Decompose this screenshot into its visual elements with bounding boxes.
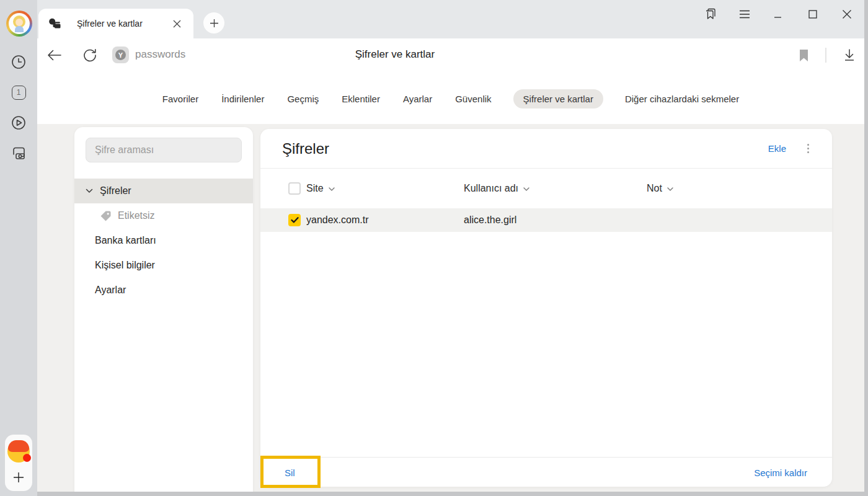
reload-icon[interactable] xyxy=(81,46,99,64)
column-label: Kullanıcı adı xyxy=(464,183,518,194)
browser-window: 1 xyxy=(0,0,868,496)
window-close-icon[interactable] xyxy=(838,4,856,24)
side-rail: 1 xyxy=(0,0,37,496)
new-tab-button[interactable] xyxy=(203,12,224,33)
maximize-icon[interactable] xyxy=(804,4,822,24)
site-badge-icon[interactable]: Y xyxy=(112,46,129,63)
passwords-sidebar: Şifreler Etiketsiz Banka kartları Kişi xyxy=(74,127,253,496)
rail-bottom-panel xyxy=(5,435,32,491)
cell-site: yandex.com.tr xyxy=(306,215,368,226)
tab-counter-icon[interactable]: 1 xyxy=(7,81,30,104)
nav-tab-eklentiler[interactable]: Eklentiler xyxy=(340,89,381,108)
toolbar: Y passwords Şifreler ve kartlar xyxy=(37,38,868,71)
minimize-icon[interactable] xyxy=(770,4,787,24)
panel-footer: Sil Seçimi kaldır xyxy=(260,457,832,487)
side-panels-icon[interactable] xyxy=(702,4,719,24)
cell-username: alice.the.girl xyxy=(464,215,516,226)
column-header-site[interactable]: Site xyxy=(306,183,335,194)
avatar[interactable] xyxy=(6,11,32,37)
sidebar-list: Şifreler Etiketsiz Banka kartları Kişi xyxy=(74,179,253,303)
nav-tab-gecmis[interactable]: Geçmiş xyxy=(286,89,320,108)
tab-close-icon[interactable] xyxy=(170,17,184,30)
row-checkbox-checked[interactable] xyxy=(288,214,301,226)
avatar-image xyxy=(9,13,30,34)
passwords-key-icon xyxy=(48,18,61,30)
panel-header: Şifreler Ekle xyxy=(260,129,832,169)
toolbar-divider xyxy=(825,48,826,63)
rail-icon-stack: 1 xyxy=(0,51,37,164)
sort-chevron-icon xyxy=(667,187,673,191)
back-icon[interactable] xyxy=(46,46,63,64)
history-clock-icon[interactable] xyxy=(7,51,30,73)
tab-strip: Şifreler ve kartlar xyxy=(37,0,868,38)
alice-orb-icon[interactable] xyxy=(7,440,30,463)
window-border-bottom xyxy=(37,492,868,496)
add-password-button[interactable]: Ekle xyxy=(768,143,786,154)
nav-tab-ayarlar[interactable]: Ayarlar xyxy=(402,89,433,108)
url-text[interactable]: passwords xyxy=(135,48,185,61)
screenshot-icon[interactable] xyxy=(7,142,30,164)
delete-button[interactable]: Sil xyxy=(285,467,295,477)
sidebar-item-label: Şifreler xyxy=(100,185,131,197)
panel-title: Şifreler xyxy=(282,140,329,157)
downloads-icon[interactable] xyxy=(841,46,858,64)
password-search-input[interactable] xyxy=(86,138,242,162)
nav-tab-guvenlik[interactable]: Güvenlik xyxy=(454,89,492,108)
page-title: Şifreler ve kartlar xyxy=(355,48,435,61)
tab-count: 1 xyxy=(12,86,26,100)
sidebar-item-label: Banka kartları xyxy=(95,235,156,246)
tag-icon xyxy=(100,210,112,222)
column-header-note[interactable]: Not xyxy=(647,183,673,194)
sidebar-item-label: Etiketsiz xyxy=(118,210,155,221)
password-row[interactable]: yandex.com.tr alice.the.girl xyxy=(260,208,832,232)
menu-icon[interactable] xyxy=(736,4,753,24)
page-content: Favoriler İndirilenler Geçmiş Eklentiler… xyxy=(37,71,864,496)
select-all-checkbox[interactable] xyxy=(288,182,301,195)
nav-tab-diger-cihazlar[interactable]: Diğer cihazlardaki sekmeler xyxy=(624,89,740,108)
column-label: Site xyxy=(306,183,324,194)
table-header-row: Site Kullanıcı adı xyxy=(260,169,832,208)
bookmark-icon[interactable] xyxy=(795,46,812,64)
tab-title: Şifreler ve kartlar xyxy=(77,19,143,29)
passwords-panel: Şifreler Ekle Site Kullanıcı adı xyxy=(260,129,832,487)
chevron-down-icon xyxy=(86,188,93,193)
sort-chevron-icon xyxy=(523,187,529,191)
play-icon[interactable] xyxy=(7,112,30,134)
column-header-username[interactable]: Kullanıcı adı xyxy=(464,183,529,194)
sidebar-item-kisisel-bilgiler[interactable]: Kişisel bilgiler xyxy=(74,253,253,278)
kebab-menu-icon[interactable] xyxy=(805,141,812,156)
yandex-y-glyph: Y xyxy=(115,50,126,60)
sort-chevron-icon xyxy=(329,187,335,191)
settings-nav: Favoriler İndirilenler Geçmiş Eklentiler… xyxy=(37,89,864,108)
sidebar-item-banka-kartlari[interactable]: Banka kartları xyxy=(74,228,253,253)
nav-tab-sifreler-ve-kartlar[interactable]: Şifreler ve kartlar xyxy=(513,89,603,108)
sidebar-item-label: Kişisel bilgiler xyxy=(95,260,155,271)
nav-tab-favoriler[interactable]: Favoriler xyxy=(161,89,200,108)
clear-selection-button[interactable]: Seçimi kaldır xyxy=(754,467,807,477)
column-label: Not xyxy=(647,183,662,194)
rail-plus-icon[interactable] xyxy=(9,468,28,487)
window-controls xyxy=(702,4,856,24)
nav-tab-indirilenler[interactable]: İndirilenler xyxy=(220,89,265,108)
window-border-right xyxy=(864,0,868,496)
sidebar-item-ayarlar[interactable]: Ayarlar xyxy=(74,278,253,303)
active-tab[interactable]: Şifreler ve kartlar xyxy=(38,9,193,38)
sidebar-item-label: Ayarlar xyxy=(95,285,126,296)
sidebar-item-sifreler[interactable]: Şifreler xyxy=(74,179,253,203)
sidebar-item-etiketsiz[interactable]: Etiketsiz xyxy=(74,203,253,228)
